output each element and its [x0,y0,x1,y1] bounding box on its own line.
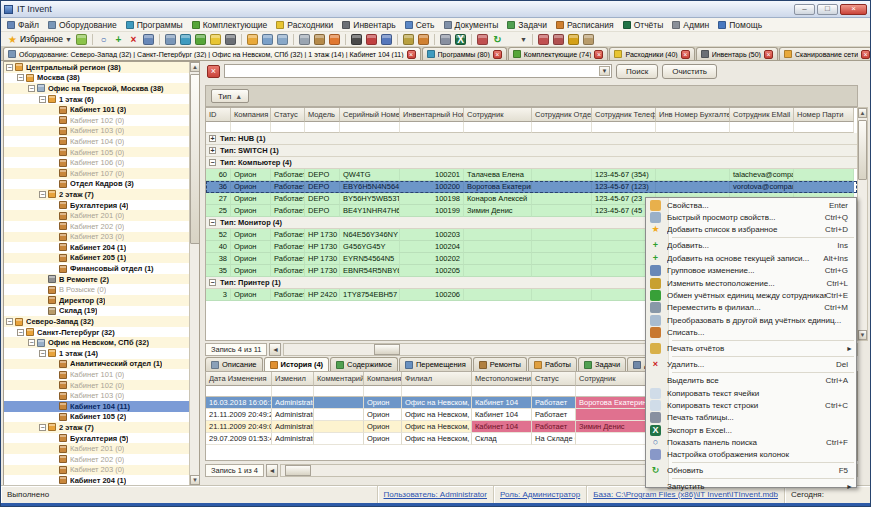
context-copy-cell-text[interactable]: Копировать текст ячейки [646,387,856,399]
minimize-button[interactable]: – [794,4,815,15]
toolbar-excel-button[interactable]: X [453,32,468,46]
tree-item[interactable]: −Москва (38) [4,73,199,84]
filter-cell[interactable] [314,386,364,397]
filter-cell[interactable] [472,386,532,397]
filter-cell[interactable] [272,386,314,397]
toolbar-network-button[interactable] [475,32,490,46]
tree-expander-icon[interactable]: − [6,64,13,71]
menu-network[interactable]: Сеть [402,18,441,31]
tree-item[interactable]: Кабинет 201 (0) [4,443,199,454]
column-header[interactable]: Сотрудник [464,108,532,122]
combo-dropdown-icon[interactable]: ▼ [599,66,610,76]
tab-network-scan[interactable]: Сканирование сети× [779,47,870,60]
tab-inventory[interactable]: Инвентарь (50)× [696,47,778,60]
tree-item[interactable]: −Санкт-Петербург (32) [4,327,199,338]
tree-expander-icon[interactable]: − [39,96,46,103]
clear-button[interactable]: Очистить [662,64,717,79]
group-expander-icon[interactable]: − [209,279,216,286]
column-header[interactable]: Сотрудник Телефон [592,108,656,122]
tree-item[interactable]: Кабинет 205 (1) [4,253,199,264]
menu-consumables[interactable]: Расходники [273,18,339,31]
filter-cell[interactable] [364,386,402,397]
context-delete[interactable]: ×Удалить...Del [646,358,856,370]
toolbar-remote-phone-button[interactable] [536,32,551,46]
tree-item[interactable]: Кабинет 106 (0) [4,157,199,168]
tree-item[interactable]: −2 этаж (7) [4,422,199,433]
tree-expander-icon[interactable]: − [28,339,35,346]
toolbar-refresh-button[interactable]: ↻ [490,32,505,46]
column-header[interactable]: Местоположение [472,372,532,386]
tree-item[interactable]: −2 этаж (7) [4,189,199,200]
tree-item[interactable]: −Центральный регион (38) [4,62,199,73]
context-add[interactable]: +Добавить...Ins [646,240,856,252]
tree-item[interactable]: Склад (19) [4,306,199,317]
group-row[interactable]: +Тип: SWITCH (1) [206,145,857,157]
tab-close-icon[interactable]: × [493,50,502,59]
context-add-based-on-current[interactable]: +Добавить на основе текущей записи...Alt… [646,252,856,264]
toolbar-flag-button[interactable] [327,32,342,46]
tree-item[interactable]: Кабинет 104 (0) [4,136,199,147]
tree-item[interactable]: −1 этаж (14) [4,348,199,359]
toolbar-phone-button[interactable] [349,32,364,46]
table-vertical-scrollbar[interactable]: ▲ ▼ [857,107,868,341]
filter-cell[interactable] [305,122,340,133]
toolbar-move-button[interactable] [297,32,312,46]
group-expander-icon[interactable]: + [209,135,216,142]
toolbar-coins-button[interactable] [566,32,581,46]
tree-item[interactable]: Директор (3) [4,295,199,306]
group-expander-icon[interactable]: − [209,219,216,226]
context-refresh[interactable]: ↻ОбновитьF5 [646,465,856,477]
context-run[interactable]: Запустить► [646,481,856,493]
tree-item[interactable]: Кабинет 101 (0) [4,369,199,380]
column-header[interactable]: Инв Номер Бухгалтерии [656,108,730,122]
toolbar-consumables-button[interactable] [208,32,223,46]
column-header[interactable]: Изменил [272,372,314,386]
tree-item[interactable]: Кабинет 102 (0) [4,115,199,126]
tree-item[interactable]: Кабинет 202 (0) [4,454,199,465]
tree-scroll-thumb[interactable] [190,74,200,244]
tab-consumables[interactable]: Расходники (40)× [609,47,694,60]
toolbar-search-button[interactable]: ○ [96,32,111,46]
menu-inventory[interactable]: Инвентарь [339,18,401,31]
tree-item[interactable]: Кабинет 203 (0) [4,232,199,243]
table-filter-row[interactable] [206,122,857,133]
column-header[interactable]: Компания [231,108,271,122]
filter-cell[interactable] [400,122,464,133]
tree-expander-icon[interactable]: − [17,329,24,336]
tree-item[interactable]: Бухгалтерия (5) [4,433,199,444]
toolbar-list-button[interactable] [260,32,275,46]
context-move-to-branch[interactable]: Переместить в филиал...Ctrl+M [646,302,856,314]
filter-cell[interactable] [340,122,400,133]
menu-equipment[interactable]: Оборудование [45,18,123,31]
tree-item[interactable]: Кабинет 104 (11) [4,401,199,412]
detail-tab-contents[interactable]: Содержимое [330,357,398,371]
filter-cell[interactable] [402,386,472,397]
tree-item[interactable]: Кабинет 201 (0) [4,210,199,221]
toolbar-scan-button[interactable] [245,32,260,46]
scroll-thumb[interactable] [285,465,311,476]
tree-item[interactable]: −1 этаж (6) [4,94,199,105]
context-export-excel[interactable]: XЭкспорт в Excel... [646,424,856,436]
column-header[interactable]: Инвентарный Номер [400,108,464,122]
context-show-search-panel[interactable]: ○Показать панель поискаCtrl+F [646,436,856,448]
tab-close-icon[interactable]: × [407,50,416,59]
search-button[interactable]: Поиск [616,64,658,79]
filter-cell[interactable] [206,122,231,133]
tab-close-icon[interactable]: × [764,50,773,59]
context-convert-type[interactable]: Преобразовать в другой вид учётных едини… [646,314,856,326]
tree-item[interactable]: Кабинет 204 (1) [4,242,199,253]
filter-cell[interactable] [656,122,730,133]
scroll-left-icon[interactable]: ◄ [266,464,278,477]
tree-item[interactable]: Бухгалтерия (4) [4,200,199,211]
tree-item[interactable]: Аналитический отдел (1) [4,359,199,370]
toolbar-equipment-button[interactable] [163,32,178,46]
menu-components[interactable]: Комплектующие [189,18,274,31]
tree-item[interactable]: Отдел Кадров (3) [4,179,199,190]
tree-item[interactable]: Кабинет 105 (0) [4,147,199,158]
tree-item[interactable]: Кабинет 101 (3) [4,104,199,115]
table-row[interactable]: 60ОрионРаботаетDEPOQW4TG100201Талачева Е… [206,169,857,181]
filter-cell[interactable] [231,122,271,133]
detail-tab-history[interactable]: История (4) [264,357,330,371]
toolbar-programs-button[interactable] [178,32,193,46]
toolbar-clipboard-button[interactable] [581,32,596,46]
